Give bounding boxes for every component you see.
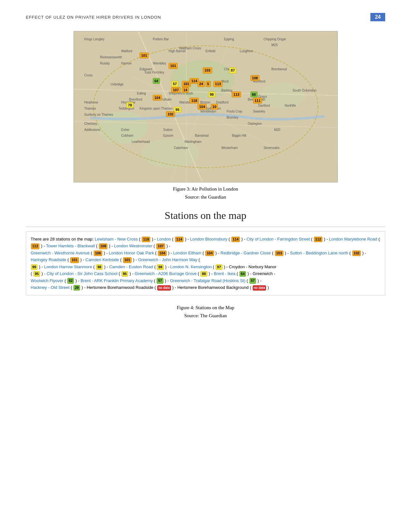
badge-98a: 98: [96, 264, 103, 270]
badge-5: 5: [206, 81, 211, 87]
station-tower-hamlets[interactable]: Tower Hamlets - Blackwall: [46, 243, 95, 248]
map-label-addlestone: Addlestone: [84, 128, 100, 132]
station-brent-ark[interactable]: Brent - ARK Franklin Primary Academy: [81, 278, 153, 283]
map-label-cross: Cross: [84, 74, 93, 77]
map-background: Kings Langley Potters Bar Epping Chippin…: [74, 31, 338, 182]
station-sutton[interactable]: Sutton - Beddington Lane north: [290, 251, 348, 255]
map-label-rickmansworth: Rickmansworth: [100, 55, 122, 59]
station-haringey[interactable]: Haringey Roadside: [31, 257, 66, 262]
station-greenwich-burrage[interactable]: Greenwich - A206 Burrage Grove: [135, 271, 197, 276]
badge-113-a: 113: [213, 81, 222, 87]
map-label-enfield: Enfield: [206, 49, 216, 53]
map-label-barking: Barking: [221, 89, 232, 92]
station-hackney[interactable]: Hackney - Old Street: [31, 285, 70, 290]
badge-66: 66: [250, 92, 258, 97]
badge-101a: 101: [70, 257, 79, 263]
map-label-swanley: Swanley: [253, 110, 265, 113]
map-label-watford: Watford: [121, 49, 132, 53]
station-city-london-sir-john[interactable]: City of London - Sir John Cass School: [47, 271, 118, 276]
header: EFFECT OF ULEZ ON PRIVATE HIRER DRIVERS …: [26, 13, 385, 21]
map-label-leatherhead: Leatherhead: [132, 140, 150, 143]
badge-107: 107: [156, 243, 165, 249]
map-label-kingston: Kingston upon Thames: [140, 107, 173, 110]
badge-nodata1: no data: [157, 285, 171, 291]
map-label-sunbury: Sunbury on Thames: [84, 113, 113, 116]
map-label-bromley: Bromley: [227, 116, 239, 119]
station-greenwich-trafalgar[interactable]: Greenwich - Trafalgar Road (Hoskins St): [170, 278, 245, 283]
map-label-m20: M20: [274, 128, 280, 132]
badge-104-b: 104: [198, 104, 207, 110]
map-label-epping: Epping: [224, 37, 234, 41]
badge-98b: 98: [157, 264, 163, 270]
badge-10: 10: [211, 104, 218, 110]
map-label-potters-bar: Potters Bar: [153, 37, 169, 41]
map-label-dartford: Dartford: [258, 104, 270, 107]
badge-87: 87: [229, 67, 236, 73]
station-london-n-kensington[interactable]: London N. Kensington: [170, 264, 212, 269]
map-label-m25: M25: [271, 43, 278, 47]
map-label-east-finchley: East Finchley: [145, 71, 164, 74]
map-label-cobham: Cobham: [121, 134, 133, 137]
svg-line-7: [74, 121, 337, 128]
station-greenwich-woolwich[interactable]: Woolwich Flyover: [31, 278, 64, 283]
station-london-marylebone[interactable]: London Marylebone Road: [329, 237, 377, 241]
badge-108: 108: [99, 243, 107, 249]
badge-88: 88: [201, 271, 207, 277]
badge-29: 29: [73, 285, 80, 291]
badge-114a: 114: [175, 237, 183, 242]
map-label-ealing: Ealing: [137, 92, 146, 95]
map-label-wimbledon: Wimbledon: [200, 110, 216, 113]
section-divider: [26, 227, 385, 227]
badge-108: 108: [250, 75, 259, 81]
badge-97: 97: [216, 264, 222, 270]
station-city-london-farringdon[interactable]: City of London - Farringdon Street: [247, 237, 310, 241]
badge-62: 62: [67, 278, 74, 283]
map-label-esher: Esher: [121, 128, 130, 132]
map-label-foots-cray: Foots Cray: [227, 110, 242, 113]
badge-102: 102: [166, 111, 175, 117]
map-label-warlingham: Warlingham: [184, 140, 201, 143]
badge-106: 106: [94, 251, 102, 256]
map-label-high-barnet: High Barnet: [169, 49, 186, 53]
station-london-harrow[interactable]: London Harrow Stanmore: [44, 264, 92, 269]
map-label-northfle: Northfle: [285, 104, 296, 107]
station-redbridge[interactable]: Redbridge - Gardner Close: [220, 251, 271, 255]
badge-101-a: 101: [140, 53, 149, 58]
figure3-source: Source: the Guardian: [26, 194, 385, 200]
station-london-bloomsbury[interactable]: London Bloomsbury: [190, 237, 228, 241]
station-london-eltham[interactable]: London Eltham: [173, 251, 201, 255]
map-figure: Kings Langley Potters Bar Epping Chippin…: [73, 31, 338, 182]
map-label-epsom: Epsom: [163, 134, 173, 137]
badge-64: 64: [153, 78, 160, 84]
page-number: 24: [370, 13, 385, 21]
station-london[interactable]: London: [157, 237, 171, 241]
map-label-south-ockendon: South Ockendon: [292, 89, 317, 92]
badge-104b: 104: [205, 251, 214, 256]
station-brent-ikea[interactable]: Brent - Ikea: [214, 271, 235, 276]
map-label-ruislip: Ruislip: [100, 62, 110, 65]
badge-114b: 114: [231, 237, 240, 242]
map-label-wembley: Wembley: [153, 62, 166, 65]
map-label-chipping-ongar: Chipping Ongar: [263, 37, 286, 41]
station-greenwich-harrison[interactable]: Greenwich - John Harrison Way: [138, 257, 197, 262]
badge-101b: 101: [123, 257, 132, 263]
badge-14: 14: [182, 87, 189, 93]
station-lewisham[interactable]: Lewisham - New Cross: [95, 237, 138, 241]
station-london-westminster[interactable]: London Westminster: [114, 243, 152, 248]
badge-104a: 104: [158, 251, 166, 256]
map-label-uxbridge: Uxbridge: [111, 83, 123, 86]
badge-107: 107: [171, 87, 180, 93]
map-label-westerham: Westerham: [221, 146, 238, 150]
station-london-honor-oak[interactable]: London Honor Oak Park: [109, 251, 154, 255]
map-label-biggin-hill: Biggin Hill: [232, 134, 246, 137]
badge-57: 57: [171, 81, 178, 87]
badge-102: 102: [352, 251, 361, 256]
station-camden-kerbside[interactable]: Camden Kerbside: [85, 257, 119, 262]
document-title: EFFECT OF ULEZ ON PRIVATE HIRER DRIVERS …: [26, 15, 161, 20]
badge-112b: 112: [31, 243, 39, 249]
station-camden-euston[interactable]: Camden - Euston Road: [109, 264, 153, 269]
station-greenwich-westhorne[interactable]: Greenwich - Westhorne Avenue: [31, 251, 90, 255]
badge-95b: 95: [122, 271, 128, 277]
section-title: Stations on the map: [26, 210, 385, 222]
map-label-chertsey: Chertsey: [84, 122, 97, 125]
